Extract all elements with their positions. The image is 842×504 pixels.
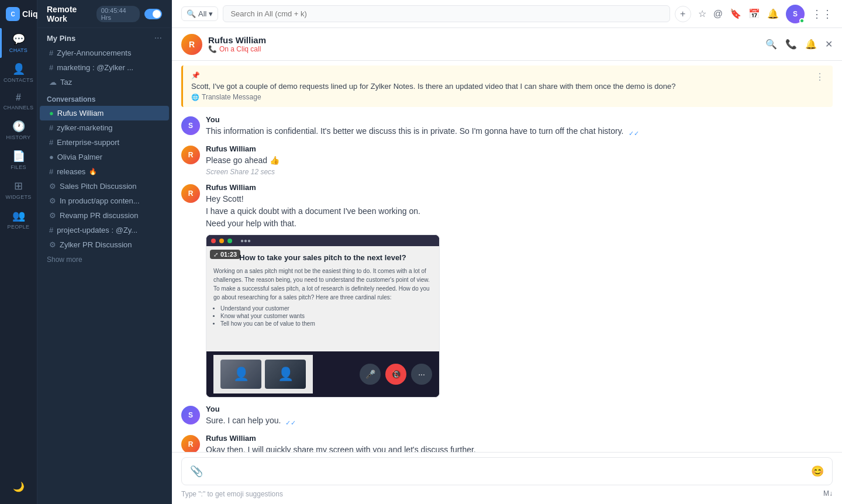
top-bar-actions: ☆ @ 🔖 📅 🔔 S ⋮⋮ [698,5,833,23]
msg-content: You This information is confidential. It… [206,115,833,137]
conv-releases[interactable]: # releases 🔥 [40,164,169,179]
nav-item-files[interactable]: 📄 FILES [0,145,37,175]
read-receipt-icon: ✓✓ [629,130,639,137]
message-group: R Rufus William Hey Scott! I have a quic… [172,179,842,401]
pinned-text: Scott, I've got a couple of demo request… [191,82,675,91]
message-input-box: 📎 😊 [181,457,833,485]
msg-avatar: S [181,116,200,135]
conv-project-updates[interactable]: # project-updates : @Zy... [40,223,169,237]
contact-avatar: R [181,34,202,55]
translate-icon: 🌐 [191,94,199,101]
theme-toggle[interactable]: 🌙 [0,477,37,497]
conv-rufus[interactable]: ● Rufus William [40,106,169,120]
search-chat-icon[interactable]: 🔍 [765,39,777,50]
screen-thumb-1: 👤 [220,360,261,389]
message-input[interactable] [208,467,806,476]
conv-label: zylker-marketing [57,123,112,132]
conv-zylker-marketing[interactable]: # zylker-marketing [40,120,169,135]
search-input[interactable] [223,5,670,22]
show-more-button[interactable]: Show more [37,252,171,267]
preview-bar-text: ●●● [240,237,251,244]
workspace-name: Remote Work [47,5,96,23]
mic-button[interactable]: 🎤 [360,364,381,385]
screen-thumbnails: 👤 👤 [213,355,313,393]
work-toggle[interactable] [144,9,162,19]
msg-text: This information is confidential. It's b… [206,125,624,137]
mention-icon[interactable]: @ [713,9,723,19]
pin-more-icon[interactable]: ⋮ [815,71,824,82]
conv-olivia[interactable]: ● Olivia Palmer [40,150,169,164]
svg-text:C: C [11,11,15,18]
read-receipt-icon: ✓✓ [285,419,296,427]
channel-sidebar: Remote Work 00:45:44 Hrs My Pins ··· # Z… [37,0,172,504]
chevron-down-icon: ▾ [209,9,213,18]
msg-avatar: R [181,435,200,452]
screen-bottom-bar: 👤 👤 🎤 📵 ··· [206,351,439,397]
nav-item-contacts[interactable]: 👤 CONTACTS [0,58,37,88]
pin-marketing[interactable]: # marketing : @Zylker ... [40,60,169,75]
app-logo-icon: C [6,7,20,21]
app-logo[interactable]: C Cliq [6,7,37,21]
message-group: S You Sure. I can help you. ✓✓ [172,401,842,430]
attachment-icon[interactable]: 📎 [190,465,203,478]
mute-icon[interactable]: 🔔 [805,39,817,50]
nav-item-chats[interactable]: 💬 CHATS [0,28,37,58]
msg-text: Okay then. I will quickly share my scree… [206,444,833,452]
hangup-button[interactable]: 📵 [385,364,406,385]
files-icon: 📄 [12,150,25,163]
search-scope-selector[interactable]: 🔍 All ▾ [181,6,218,21]
workspace-header: Remote Work 00:45:44 Hrs [37,0,171,28]
pin-zyler-announcements[interactable]: # Zyler-Announcements [40,46,169,60]
fire-icon: 🔥 [89,168,97,175]
conv-sales-pitch[interactable]: ⚙ Sales Pitch Discussion [40,179,169,194]
expand-icon[interactable]: ⤢ [213,251,218,258]
screen-share-preview: ●●● ⤢ 01:23 How to take your sales pitch… [206,234,440,398]
msg-content: Rufus William Please go ahead 👍 Screen S… [206,144,833,176]
msg-avatar: R [181,184,200,203]
conv-zylker-pr[interactable]: ⚙ Zylker PR Discussion [40,237,169,252]
user-avatar[interactable]: S [786,5,805,23]
status-dot: ● [49,109,54,118]
emoji-icon[interactable]: 😊 [811,465,824,478]
conv-label: Enterprise-support [57,138,119,147]
call-controls: 🎤 📵 ··· [360,364,432,385]
conv-in-product[interactable]: ⚙ In product/app conten... [40,194,169,208]
msg-avatar: R [181,146,200,164]
conversations-label: Conversations [47,95,95,103]
app-header: C Cliq 🔔 [0,0,37,28]
contacts-icon: 👤 [12,63,25,75]
pin-label: marketing : @Zylker ... [57,63,133,72]
bookmark-icon[interactable]: 🔖 [730,8,741,19]
grid-icon[interactable]: ⋮⋮ [812,8,833,20]
dot-red [211,239,216,243]
more-options-button[interactable]: ··· [411,364,432,385]
nav-item-channels[interactable]: # CHANNELS [0,88,37,115]
chat-header: R Rufus William 📞 On a Cliq call 🔍 📞 🔔 ✕ [172,28,842,61]
nav-item-widgets[interactable]: ⊞ WIDGETS [0,175,37,205]
dot-yellow [219,239,224,243]
pins-more-icon[interactable]: ··· [154,33,162,43]
icon-sidebar: C Cliq 🔔 💬 CHATS 👤 CONTACTS # CHANNELS 🕐… [0,0,37,504]
translate-button[interactable]: Translate Message [202,93,261,101]
widgets-icon: ⊞ [14,179,23,192]
nav-item-people[interactable]: 👥 PEOPLE [0,205,37,234]
conv-label: Revamp PR discussion [60,211,138,220]
pin-taz[interactable]: ☁ Taz [40,75,169,89]
translate-row: 🌐 Translate Message [191,93,675,101]
nav-item-history[interactable]: 🕐 HISTORY [0,115,37,145]
star-icon[interactable]: ☆ [698,8,706,19]
markdown-icon[interactable]: M↓ [823,489,833,498]
message-group: R Rufus William Please go ahead 👍 Screen… [172,141,842,179]
msg-sender: You [206,115,833,124]
calendar-icon[interactable]: 📅 [748,8,760,19]
close-chat-icon[interactable]: ✕ [825,39,833,50]
hash-icon: # [49,167,53,176]
msg-sub-text: Screen Share 12 secs [206,168,833,176]
add-button[interactable]: + [675,6,691,22]
bell-icon[interactable]: 🔔 [767,8,779,19]
moon-icon: 🌙 [13,481,25,492]
conv-revamp-pr[interactable]: ⚙ Revamp PR discussion [40,208,169,223]
phone-call-icon[interactable]: 📞 [785,39,797,50]
conv-enterprise-support[interactable]: # Enterprise-support [40,135,169,150]
msg-sender: Rufus William [206,183,833,192]
